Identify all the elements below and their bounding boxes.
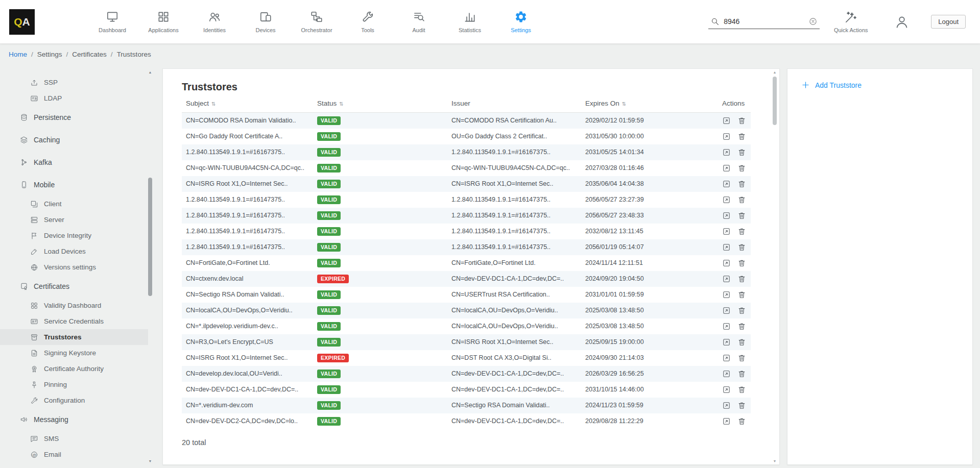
view-truststore-button[interactable] <box>722 385 731 394</box>
nav-item-identities[interactable]: Identities <box>189 10 240 33</box>
nav-item-settings[interactable]: Settings <box>495 10 546 33</box>
view-truststore-button[interactable] <box>722 275 731 283</box>
delete-truststore-button[interactable] <box>737 306 746 315</box>
view-truststore-button[interactable] <box>722 417 731 426</box>
delete-truststore-button[interactable] <box>737 259 746 267</box>
breadcrumb-certificates[interactable]: Certificates <box>72 51 107 58</box>
delete-truststore-button[interactable] <box>737 164 746 173</box>
delete-truststore-button[interactable] <box>737 354 746 362</box>
sidebar-item-service-credentials[interactable]: Service Credentials <box>0 313 148 329</box>
search-input[interactable] <box>724 17 804 26</box>
view-truststore-button[interactable] <box>722 259 731 267</box>
delete-truststore-button[interactable] <box>737 132 746 141</box>
view-truststore-button[interactable] <box>722 211 731 220</box>
delete-truststore-button[interactable] <box>737 148 746 157</box>
view-truststore-button[interactable] <box>722 148 731 157</box>
sidebar-item-pinning[interactable]: Pinning <box>0 377 148 392</box>
sidebar-item-versions-settings[interactable]: Versions settings <box>0 259 148 275</box>
delete-truststore-button[interactable] <box>737 211 746 220</box>
sidebar-item-certificates[interactable]: Certificates <box>0 275 148 298</box>
view-truststore-button[interactable] <box>722 322 731 331</box>
view-truststore-button[interactable] <box>722 116 731 125</box>
sidebar-item-signing-keystore[interactable]: Signing Keystore <box>0 345 148 361</box>
sidebar-scrollbar-thumb[interactable] <box>148 178 152 296</box>
view-truststore-button[interactable] <box>722 195 731 204</box>
nav-item-statistics[interactable]: Statistics <box>444 10 495 33</box>
column-header-subject[interactable]: Subject⇅ <box>182 95 313 113</box>
sidebar-item-label: SSP <box>44 79 58 86</box>
delete-truststore-button[interactable] <box>737 385 746 394</box>
status-cell: VALID <box>313 413 447 429</box>
view-truststore-button[interactable] <box>722 370 731 378</box>
scroll-down-icon[interactable]: ▼ <box>147 459 153 463</box>
clear-search-icon[interactable] <box>808 17 818 26</box>
nav-item-orchestrator[interactable]: Orchestrator <box>291 10 342 33</box>
add-truststore-button[interactable]: Add Truststore <box>801 80 972 90</box>
view-truststore-button[interactable] <box>722 401 731 410</box>
nav-item-dashboard[interactable]: Dashboard <box>87 10 138 33</box>
view-truststore-button[interactable] <box>722 290 731 299</box>
delete-truststore-button[interactable] <box>737 227 746 236</box>
sidebar-item-messaging[interactable]: Messaging <box>0 408 148 431</box>
delete-truststore-button[interactable] <box>737 116 746 125</box>
table-scrollbar-thumb[interactable] <box>773 77 777 125</box>
sidebar-item-ldap[interactable]: LDAP <box>0 90 148 106</box>
view-truststore-button[interactable] <box>722 338 731 347</box>
scroll-down-icon[interactable]: ▼ <box>772 459 778 463</box>
sidebar-item-server[interactable]: Server <box>0 212 148 228</box>
view-truststore-button[interactable] <box>722 164 731 173</box>
quick-actions-button[interactable]: Quick Actions <box>831 11 871 33</box>
status-badge: VALID <box>317 164 341 173</box>
sidebar-item-certificate-authority[interactable]: Certificate Authority <box>0 361 148 377</box>
sidebar-item-kafka[interactable]: Kafka <box>0 151 148 174</box>
user-menu-icon[interactable] <box>894 14 910 30</box>
sidebar-item-persistence[interactable]: Persistence <box>0 106 148 129</box>
view-truststore-button[interactable] <box>722 243 731 252</box>
view-truststore-button[interactable] <box>722 180 731 188</box>
delete-truststore-button[interactable] <box>737 275 746 283</box>
delete-truststore-button[interactable] <box>737 401 746 410</box>
sidebar-item-client[interactable]: Client <box>0 196 148 212</box>
sidebar-item-validity-dashboard[interactable]: Validity Dashboard <box>0 298 148 313</box>
sidebar-scrollbar[interactable]: ▲ ▼ <box>147 70 153 463</box>
sidebar-item-device-integrity[interactable]: Device Integrity <box>0 228 148 243</box>
delete-truststore-button[interactable] <box>737 338 746 347</box>
breadcrumb-settings[interactable]: Settings <box>37 51 62 58</box>
status-cell: VALID <box>313 318 447 334</box>
delete-icon <box>737 306 746 315</box>
nav-item-audit[interactable]: Audit <box>393 10 444 33</box>
delete-truststore-button[interactable] <box>737 417 746 426</box>
view-truststore-button[interactable] <box>722 306 731 315</box>
delete-truststore-button[interactable] <box>737 195 746 204</box>
sidebar-item-caching[interactable]: Caching <box>0 129 148 151</box>
sidebar-item-notifications[interactable]: Notifications <box>0 462 148 465</box>
scroll-up-icon[interactable]: ▲ <box>772 70 778 74</box>
view-truststore-button[interactable] <box>722 227 731 236</box>
table-scrollbar[interactable]: ▲ ▼ <box>772 70 778 463</box>
delete-truststore-button[interactable] <box>737 370 746 378</box>
sidebar-item-truststores[interactable]: Truststores <box>0 329 148 345</box>
nav-item-devices[interactable]: Devices <box>240 10 291 33</box>
sidebar-item-load-devices[interactable]: Load Devices <box>0 243 148 259</box>
sidebar-item-mobile[interactable]: Mobile <box>0 174 148 196</box>
sidebar-item-configuration[interactable]: Configuration <box>0 392 148 408</box>
sidebar-item-email[interactable]: @Email <box>0 447 148 462</box>
sidebar-items: SSPLDAPPersistenceCachingKafkaMobileClie… <box>0 75 156 465</box>
logout-button[interactable]: Logout <box>931 15 966 29</box>
view-truststore-button[interactable] <box>722 132 731 141</box>
delete-truststore-button[interactable] <box>737 180 746 188</box>
sidebar-item-sms[interactable]: SMS <box>0 431 148 447</box>
view-truststore-button[interactable] <box>722 354 731 362</box>
breadcrumb-truststores[interactable]: Truststores <box>117 51 151 58</box>
breadcrumb-home[interactable]: Home <box>9 51 27 58</box>
column-header-status[interactable]: Status⇅ <box>313 95 447 113</box>
sidebar-item-ssp[interactable]: SSP <box>0 75 148 90</box>
delete-truststore-button[interactable] <box>737 290 746 299</box>
delete-truststore-button[interactable] <box>737 322 746 331</box>
app-logo[interactable]: QA <box>9 9 35 35</box>
nav-item-applications[interactable]: Applications <box>138 10 189 33</box>
scroll-up-icon[interactable]: ▲ <box>147 70 153 74</box>
delete-truststore-button[interactable] <box>737 243 746 252</box>
column-header-expires-on[interactable]: Expires On⇅ <box>581 95 718 113</box>
nav-item-tools[interactable]: Tools <box>342 10 393 33</box>
